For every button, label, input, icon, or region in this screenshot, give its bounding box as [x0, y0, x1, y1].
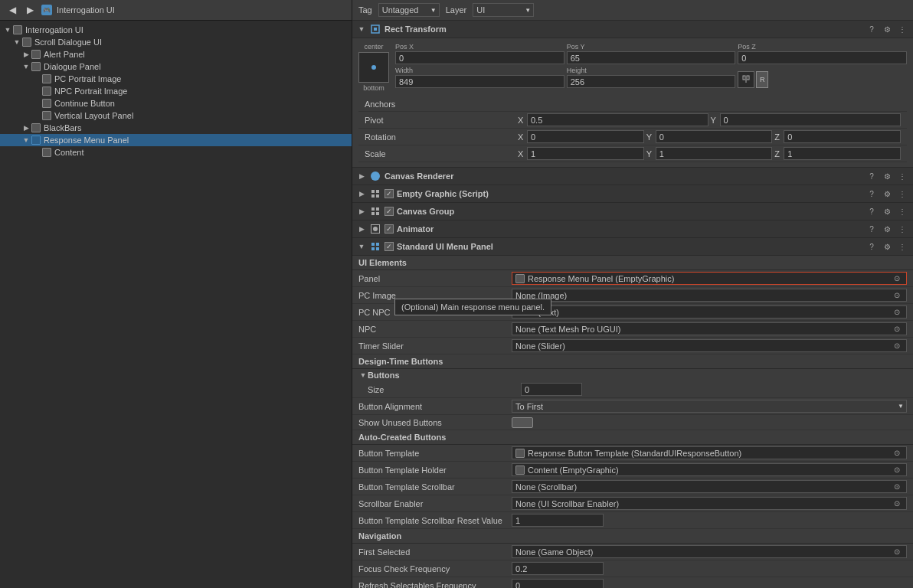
settings-button[interactable]: ⚙: [881, 223, 893, 235]
pos-z-input[interactable]: [738, 51, 907, 64]
reset-button[interactable]: R: [756, 71, 768, 88]
tree-label: BlackBars: [44, 123, 82, 132]
width-input[interactable]: [395, 75, 564, 88]
tree-item-blackbars[interactable]: ▶ BlackBars: [0, 122, 352, 134]
tree-toggle[interactable]: ▶: [21, 51, 31, 58]
help-button[interactable]: ?: [866, 23, 878, 35]
menu-button[interactable]: ⋮: [896, 188, 908, 200]
pivot-x-input[interactable]: [527, 113, 708, 126]
help-button[interactable]: ?: [866, 223, 878, 235]
standard-ui-header[interactable]: ▼ Standard UI Menu Panel ? ⚙ ⋮: [352, 238, 913, 256]
size-input[interactable]: [521, 383, 582, 396]
tree-item-continue-button[interactable]: ▶ Continue Button: [0, 97, 352, 109]
tree-item-pc-portrait[interactable]: ▶ PC Portrait Image: [0, 73, 352, 85]
tree-toggle[interactable]: ▶: [21, 124, 31, 132]
npc-ref[interactable]: None (Text Mesh Pro UGUI) ⊙: [512, 322, 907, 335]
menu-button[interactable]: ⋮: [896, 23, 908, 35]
buttons-toggle[interactable]: ▼ Buttons: [352, 369, 913, 381]
pc-npc-ref[interactable]: None (Text) ⊙: [512, 305, 907, 318]
tree-toggle[interactable]: ▼: [12, 38, 21, 46]
menu-button[interactable]: ⋮: [896, 170, 908, 182]
forward-button[interactable]: ▶: [24, 3, 37, 17]
help-button[interactable]: ?: [866, 188, 878, 200]
rot-x-input[interactable]: [527, 130, 644, 143]
scale-z-input[interactable]: [784, 147, 901, 160]
pos-y-input[interactable]: [567, 51, 736, 64]
panel-ref-field[interactable]: Response Menu Panel (EmptyGraphic) ⊙: [512, 272, 907, 285]
pc-image-ref[interactable]: None (Image) ⊙: [512, 289, 907, 302]
help-button[interactable]: ?: [866, 240, 878, 253]
show-unused-toggle[interactable]: [512, 417, 533, 428]
layer-dropdown[interactable]: UI ▼: [473, 3, 534, 17]
rect-transform-header[interactable]: ▼ Rect Transform ? ⚙ ⋮: [352, 21, 913, 38]
tree-item-alert-panel[interactable]: ▶ Alert Panel: [0, 48, 352, 60]
height-input[interactable]: [567, 75, 736, 88]
tree-item-content[interactable]: ▶ Content: [0, 146, 352, 158]
bt-scrollbar-target-button[interactable]: ⊙: [891, 481, 903, 493]
tree-toggle: ▶: [32, 75, 41, 83]
settings-button[interactable]: ⚙: [881, 23, 893, 35]
scrollbar-reset-input[interactable]: [512, 514, 604, 527]
back-button[interactable]: ◀: [6, 3, 19, 17]
help-button[interactable]: ?: [866, 205, 878, 217]
pc-image-target-button[interactable]: ⊙: [891, 289, 903, 302]
scale-y-input[interactable]: [656, 147, 773, 160]
canvas-group-header[interactable]: ▶ Canvas Group ? ⚙ ⋮: [352, 203, 913, 220]
canvas-renderer-header[interactable]: ▶ Canvas Renderer ? ⚙ ⋮: [352, 168, 913, 185]
button-template-holder-ref[interactable]: Content (EmptyGraphic) ⊙: [512, 463, 907, 476]
width-label: Width: [395, 67, 564, 74]
first-selected-ref[interactable]: None (Game Object) ⊙: [512, 545, 907, 558]
settings-button[interactable]: ⚙: [881, 188, 893, 200]
tree-item-dialogue-panel[interactable]: ▼ Dialogue Panel: [0, 60, 352, 73]
tag-dropdown[interactable]: Untagged ▼: [378, 3, 440, 17]
pos-x-input[interactable]: [395, 51, 564, 64]
canvas-group-checkbox[interactable]: [385, 207, 394, 216]
animator-header[interactable]: ▶ Animator ? ⚙ ⋮: [352, 220, 913, 238]
timer-slider-ref[interactable]: None (Slider) ⊙: [512, 339, 907, 352]
button-template-target-button[interactable]: ⊙: [891, 447, 903, 459]
settings-button[interactable]: ⚙: [881, 240, 893, 253]
tree-item-interrogation-ui[interactable]: ▼ Interrogation UI: [0, 24, 352, 36]
first-selected-target-button[interactable]: ⊙: [891, 546, 903, 558]
anchor-visual[interactable]: [358, 52, 389, 83]
buttons-label: Buttons: [368, 371, 400, 380]
tree-label: PC Portrait Image: [54, 74, 121, 83]
settings-button[interactable]: ⚙: [881, 205, 893, 217]
tree-item-npc-portrait[interactable]: ▶ NPC Portrait Image: [0, 85, 352, 97]
rot-y-input[interactable]: [656, 130, 773, 143]
focus-check-input[interactable]: [512, 562, 604, 575]
tree-toggle[interactable]: ▼: [3, 26, 12, 34]
help-button[interactable]: ?: [866, 170, 878, 182]
scale-x-input[interactable]: [527, 147, 644, 160]
bt-scrollbar-ref[interactable]: None (Scrollbar) ⊙: [512, 480, 907, 493]
settings-button[interactable]: ⚙: [881, 170, 893, 182]
constrain-proportions-button[interactable]: [738, 71, 754, 88]
button-alignment-dropdown[interactable]: To First ▼: [512, 400, 907, 413]
animator-checkbox[interactable]: [385, 224, 394, 234]
empty-graphic-header[interactable]: ▶ Empty Graphic (Script) ? ⚙ ⋮: [352, 185, 913, 203]
timer-slider-target-button[interactable]: ⊙: [891, 340, 903, 352]
pivot-y-input[interactable]: [720, 113, 902, 126]
tree-item-scroll-dialogue[interactable]: ▼ Scroll Dialogue UI: [0, 36, 352, 48]
tree-item-response-menu[interactable]: ▼ Response Menu Panel: [0, 134, 352, 146]
standard-ui-checkbox[interactable]: [385, 242, 394, 251]
menu-button[interactable]: ⋮: [896, 205, 908, 217]
empty-graphic-checkbox[interactable]: [385, 189, 394, 198]
tree-item-vertical-layout[interactable]: ▶ Vertical Layout Panel: [0, 109, 352, 122]
tree-toggle[interactable]: ▼: [21, 136, 31, 144]
tree-toggle[interactable]: ▼: [21, 63, 31, 70]
pivot-row: Pivot X Y: [358, 112, 907, 129]
tooltip-text: (Optional) Main response menu panel.: [401, 302, 545, 312]
refresh-input[interactable]: [512, 579, 604, 588]
button-template-holder-target-button[interactable]: ⊙: [891, 464, 903, 476]
scrollbar-enabler-target-button[interactable]: ⊙: [891, 498, 903, 510]
button-template-ref[interactable]: Response Button Template (StandardUIResp…: [512, 446, 907, 459]
svg-rect-11: [371, 212, 375, 215]
pc-npc-target-button[interactable]: ⊙: [891, 306, 903, 318]
panel-ref-target-button[interactable]: ⊙: [891, 273, 903, 285]
menu-button[interactable]: ⋮: [896, 223, 908, 235]
scrollbar-enabler-ref[interactable]: None (UI Scrollbar Enabler) ⊙: [512, 497, 907, 510]
menu-button[interactable]: ⋮: [896, 240, 908, 253]
rot-z-input[interactable]: [784, 130, 901, 143]
npc-target-button[interactable]: ⊙: [891, 323, 903, 335]
